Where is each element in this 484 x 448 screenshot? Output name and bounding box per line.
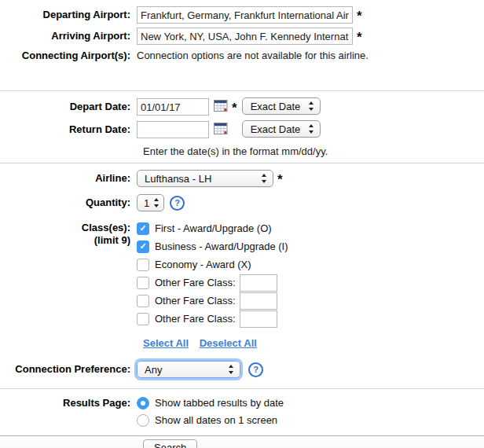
divider bbox=[0, 90, 484, 91]
help-icon[interactable] bbox=[248, 362, 263, 377]
classes-label-text: Class(es): bbox=[0, 222, 130, 234]
depart-date-mode-value: Exact Date bbox=[251, 101, 301, 112]
divider bbox=[0, 163, 484, 163]
results-option-label: Show tabbed results by date bbox=[155, 395, 284, 412]
required-asterisk: * bbox=[232, 101, 237, 116]
class-option-row: Other Fare Class: bbox=[137, 310, 484, 328]
quantity-select[interactable]: 1 bbox=[137, 194, 164, 211]
quantity-label: Quantity: bbox=[0, 194, 137, 211]
depart-date-row: Depart Date: * Exact Date bbox=[0, 97, 484, 116]
class-option-label: Other Fare Class: bbox=[155, 292, 236, 310]
class-option-row: Other Fare Class: bbox=[137, 274, 484, 292]
class-option-label: Other Fare Class: bbox=[155, 274, 236, 292]
select-all-link[interactable]: Select All bbox=[143, 337, 189, 349]
depart-date-input[interactable] bbox=[137, 98, 209, 116]
return-date-label: Return Date: bbox=[0, 121, 137, 138]
return-date-row: Return Date: Exact Date bbox=[0, 120, 484, 139]
classes-row: Class(es): (limit 9) First - Award/Upgra… bbox=[0, 219, 484, 328]
other-fare-class-checkbox[interactable] bbox=[137, 295, 149, 307]
other-fare-class-input[interactable] bbox=[240, 310, 277, 328]
arriving-airport-label: Arriving Airport: bbox=[0, 28, 137, 45]
departing-airport-label: Departing Airport: bbox=[0, 6, 137, 24]
connection-preference-row: Connection Preference: Any bbox=[0, 361, 484, 378]
quantity-row: Quantity: 1 bbox=[0, 194, 484, 211]
required-asterisk: * bbox=[357, 9, 362, 24]
other-fare-class-checkbox[interactable] bbox=[137, 313, 149, 325]
select-links-row: Select All Deselect All bbox=[143, 337, 484, 349]
class-option-row: Economy - Award (X) bbox=[137, 255, 484, 274]
class-option-row: Business - Award/Upgrade (I) bbox=[137, 237, 484, 255]
connecting-airports-label: Connecting Airport(s): bbox=[0, 50, 137, 62]
class-option-label: Other Fare Class: bbox=[155, 310, 236, 328]
class-option-label: First - Award/Upgrade (O) bbox=[155, 220, 272, 237]
connection-preference-select[interactable]: Any bbox=[137, 361, 240, 378]
return-date-input[interactable] bbox=[137, 121, 209, 138]
class-business-checkbox[interactable] bbox=[137, 241, 149, 253]
airline-select[interactable]: Lufthansa - LH bbox=[137, 170, 273, 187]
airline-row: Airline: Lufthansa - LH * bbox=[0, 170, 484, 187]
calendar-icon[interactable] bbox=[214, 100, 228, 114]
classes-label: Class(es): (limit 9) bbox=[0, 219, 137, 247]
return-date-mode-select[interactable]: Exact Date bbox=[242, 120, 321, 138]
search-section: Search bbox=[0, 436, 484, 448]
select-arrows-icon bbox=[309, 101, 314, 111]
return-date-mode-value: Exact Date bbox=[251, 123, 301, 135]
airline-label: Airline: bbox=[0, 170, 137, 187]
results-option-label: Show all dates on 1 screen bbox=[155, 412, 277, 429]
date-format-hint: Enter the date(s) in the format mm/dd/yy… bbox=[143, 145, 484, 158]
depart-date-mode-select[interactable]: Exact Date bbox=[242, 97, 321, 115]
class-economy-checkbox[interactable] bbox=[137, 259, 149, 271]
results-page-label: Results Page: bbox=[0, 395, 137, 412]
other-fare-class-input[interactable] bbox=[240, 292, 277, 310]
help-icon[interactable] bbox=[170, 196, 185, 211]
class-option-label: Economy - Award (X) bbox=[155, 256, 251, 274]
connection-preference-label: Connection Preference: bbox=[0, 361, 137, 378]
classes-limit-text: (limit 9) bbox=[0, 234, 130, 247]
depart-date-label: Depart Date: bbox=[0, 98, 137, 116]
required-asterisk: * bbox=[357, 30, 362, 46]
other-fare-class-input[interactable] bbox=[240, 274, 277, 292]
select-arrows-icon bbox=[154, 198, 160, 207]
results-option-row: Show tabbed results by date bbox=[137, 395, 484, 412]
award-search-form: Departing Airport: * Arriving Airport: *… bbox=[0, 6, 484, 448]
deselect-all-link[interactable]: Deselect All bbox=[200, 337, 257, 349]
select-arrows-icon bbox=[309, 124, 314, 134]
connection-preference-value: Any bbox=[145, 364, 162, 376]
class-first-checkbox[interactable] bbox=[137, 222, 149, 235]
departing-airport-input[interactable] bbox=[137, 6, 353, 24]
results-option-row: Show all dates on 1 screen bbox=[137, 412, 484, 429]
calendar-icon[interactable] bbox=[214, 123, 228, 137]
search-button[interactable]: Search bbox=[143, 439, 197, 448]
class-option-label: Business - Award/Upgrade (I) bbox=[155, 238, 288, 255]
airline-value: Lufthansa - LH bbox=[145, 173, 211, 185]
results-all-dates-radio[interactable] bbox=[137, 414, 149, 427]
arriving-airport-input[interactable] bbox=[137, 28, 353, 45]
results-page-row: Results Page: Show tabbed results by dat… bbox=[0, 395, 484, 429]
other-fare-class-checkbox[interactable] bbox=[137, 277, 149, 289]
arriving-airport-row: Arriving Airport: * bbox=[0, 28, 484, 45]
connecting-airports-note: Connection options are not available for… bbox=[137, 50, 368, 62]
select-arrows-icon bbox=[262, 174, 267, 183]
class-option-row: Other Fare Class: bbox=[137, 292, 484, 310]
class-option-row: First - Award/Upgrade (O) bbox=[137, 219, 484, 237]
quantity-value: 1 bbox=[144, 197, 149, 209]
divider bbox=[0, 388, 484, 389]
connecting-airports-row: Connecting Airport(s): Connection option… bbox=[0, 50, 484, 62]
required-asterisk: * bbox=[277, 172, 283, 188]
departing-airport-row: Departing Airport: * bbox=[0, 6, 484, 24]
select-arrows-icon bbox=[229, 365, 234, 374]
results-tabbed-radio[interactable] bbox=[137, 397, 149, 409]
